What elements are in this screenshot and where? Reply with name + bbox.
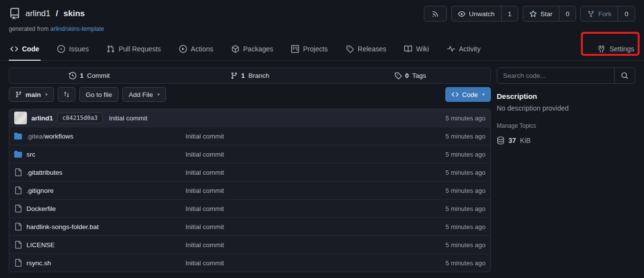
repo-header: arlind1 / skins Unwatch 1 Star 0 [0,0,644,32]
file-icon [14,241,22,249]
tab-releases[interactable]: Releases [345,37,388,60]
search-icon [621,72,628,79]
file-link[interactable]: .gitignore [14,186,185,194]
file-commit-message[interactable]: Initial commit [185,259,445,267]
file-commit-message[interactable]: Initial commit [185,133,445,140]
description-heading: Description [497,92,635,100]
search-input[interactable] [497,68,614,83]
tab-pull-requests[interactable]: Pull Requests [105,37,162,60]
table-row: LICENSE Initial commit 5 minutes ago [9,235,490,254]
file-commit-message[interactable]: Initial commit [185,151,445,158]
table-row: .gitignore Initial commit 5 minutes ago [9,181,490,199]
repo-nav: Code Issues Pull Requests Actions Packag… [0,37,644,61]
file-link[interactable]: .gitattributes [14,168,185,176]
add-file-button[interactable]: Add File ▾ [122,87,166,102]
book-icon [404,45,412,53]
branch-selector[interactable]: main ▾ [9,87,54,102]
file-time: 5 minutes ago [445,187,485,194]
fork-icon [587,10,595,18]
fork-label: Fork [598,10,611,18]
tab-issues[interactable]: Issues [56,37,90,60]
file-link[interactable]: .gitea/workflows [14,132,185,140]
table-row: Dockerfile Initial commit 5 minutes ago [9,199,490,217]
manage-topics-link[interactable]: Manage Topics [497,122,635,129]
template-repo-link[interactable]: arlind/skins-template [50,25,104,32]
play-icon [179,45,187,53]
table-row: hardlink-songs-folder.bat Initial commit… [9,217,490,235]
folder-icon [14,150,22,158]
issue-icon [57,45,65,53]
compare-icon [63,91,70,98]
table-row: .gitattributes Initial commit 5 minutes … [9,163,490,181]
table-row: rsync.sh Initial commit 5 minutes ago [9,254,490,272]
tag-icon [394,72,402,79]
fork-button[interactable]: Fork [581,6,618,21]
watch-button-group: Unwatch 1 [451,6,518,22]
file-icon [14,205,22,212]
generated-from-text: generated from [9,25,48,32]
tab-projects[interactable]: Projects [290,37,329,60]
file-commit-message[interactable]: Initial commit [185,241,445,249]
tab-actions[interactable]: Actions [178,37,215,60]
pull-request-icon [107,45,115,53]
branch-icon [15,91,22,98]
file-commit-message[interactable]: Initial commit [185,223,445,231]
repo-owner-link[interactable]: arlind1 [25,9,50,19]
file-toolbar: main ▾ Go to file Add File ▾ Code ▾ [9,87,491,102]
database-icon [497,137,505,144]
file-time: 5 minutes ago [445,205,485,212]
star-button[interactable]: Star [523,6,559,21]
file-commit-message[interactable]: Initial commit [185,187,445,194]
go-to-file-button[interactable]: Go to file [79,87,118,102]
file-time: 5 minutes ago [445,151,485,158]
file-link[interactable]: rsync.sh [14,259,185,267]
commit-message-link[interactable]: Initial commit [109,115,148,122]
file-link[interactable]: src [14,150,185,158]
tab-packages[interactable]: Packages [230,37,275,60]
code-icon [452,91,459,98]
repo-stats-bar: 1 Commit 1 Branch 0 Tags [9,68,491,84]
branches-stat[interactable]: 1 Branch [170,72,330,79]
rss-button[interactable] [424,6,447,22]
tab-code[interactable]: Code [9,37,41,60]
repo-name-link[interactable]: skins [64,9,85,19]
folder-icon [14,132,22,140]
tab-activity[interactable]: Activity [446,37,482,60]
unwatch-button[interactable]: Unwatch [452,6,501,21]
star-icon [529,10,537,18]
eye-icon [458,10,465,18]
commits-stat[interactable]: 1 Commit [9,72,170,79]
table-row: src Initial commit 5 minutes ago [9,145,490,163]
unwatch-label: Unwatch [469,10,495,18]
file-link[interactable]: hardlink-songs-folder.bat [14,223,185,231]
search-button[interactable] [614,68,635,83]
file-time: 5 minutes ago [445,169,485,176]
repo-title: arlind1 / skins [9,8,85,20]
file-time: 5 minutes ago [445,133,485,140]
star-button-group: Star 0 [523,6,576,22]
watch-count[interactable]: 1 [501,6,518,21]
tab-settings[interactable]: Settings [596,37,635,60]
description-text: No description provided [497,104,635,112]
repo-size: 37 KiB [497,137,635,144]
repo-icon [9,8,21,20]
repo-sidebar: Description No description provided Mana… [497,68,635,272]
commit-author-link[interactable]: arlind1 [31,115,53,122]
file-link[interactable]: Dockerfile [14,205,185,212]
code-download-button[interactable]: Code ▾ [445,87,491,102]
star-label: Star [540,10,552,18]
file-time: 5 minutes ago [445,223,485,231]
file-link[interactable]: LICENSE [14,241,185,249]
repo-main-column: 1 Commit 1 Branch 0 Tags main ▾ [9,68,491,272]
commit-hash-link[interactable]: c84215d0a3 [57,113,102,123]
table-row: .gitea/workflows Initial commit 5 minute… [9,127,490,145]
compare-button[interactable] [58,87,75,102]
star-count[interactable]: 0 [559,6,576,21]
avatar[interactable] [14,112,27,124]
file-commit-message[interactable]: Initial commit [185,205,445,212]
commit-time: 5 minutes ago [445,115,485,122]
tags-stat[interactable]: 0 Tags [330,72,490,79]
tab-wiki[interactable]: Wiki [403,37,430,60]
fork-count[interactable]: 0 [618,6,635,21]
file-commit-message[interactable]: Initial commit [185,169,445,176]
